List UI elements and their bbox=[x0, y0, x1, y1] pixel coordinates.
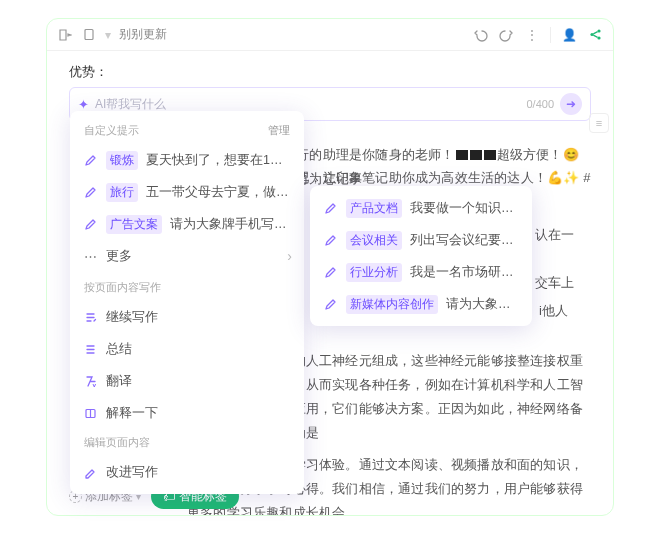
write-action-row[interactable]: 解释一下 bbox=[70, 397, 304, 429]
sparkle-icon: ✦ bbox=[78, 97, 89, 112]
action-label: 翻译 bbox=[106, 373, 292, 390]
write-action-row[interactable]: 继续写作 bbox=[70, 301, 304, 333]
article-text: 交车上 bbox=[535, 271, 591, 295]
svg-point-2 bbox=[597, 29, 600, 32]
action-icon bbox=[82, 343, 98, 356]
side-panel-toggle[interactable]: ≡ bbox=[589, 113, 609, 133]
submenu-row[interactable]: 会议相关列出写会议纪要大纲。 bbox=[310, 224, 532, 256]
pencil-icon bbox=[322, 202, 338, 215]
submenu-row[interactable]: 行业分析我是一名市场研究员... bbox=[310, 256, 532, 288]
custom-prompt-row[interactable]: 锻炼夏天快到了，想要在1个月... bbox=[70, 144, 304, 176]
prompt-tag: 广告文案 bbox=[106, 215, 162, 234]
article-text: i他人 bbox=[539, 299, 591, 323]
prompt-rest: 请为大象牌手... bbox=[446, 296, 520, 313]
submenu-row[interactable]: 新媒体内容创作请为大象牌手... bbox=[310, 288, 532, 320]
prompt-rest: 我要做一个知识付费A... bbox=[410, 200, 520, 217]
prompt-tag: 会议相关 bbox=[346, 231, 402, 250]
prompt-tag: 行业分析 bbox=[346, 263, 402, 282]
pencil-icon bbox=[82, 154, 98, 167]
article-text: 认在一 bbox=[535, 223, 591, 247]
send-button[interactable]: ➜ bbox=[560, 93, 582, 115]
action-label: 改进写作 bbox=[106, 464, 292, 481]
custom-prompt-row[interactable]: 广告文案请为大象牌手机写一... bbox=[70, 208, 304, 240]
pencil-icon bbox=[82, 218, 98, 231]
custom-prompt-row[interactable]: 旅行五一带父母去宁夏，做一... bbox=[70, 176, 304, 208]
pencil-icon bbox=[322, 298, 338, 311]
undo-icon[interactable] bbox=[472, 27, 488, 43]
note-icon[interactable] bbox=[81, 27, 97, 43]
svg-point-3 bbox=[597, 36, 600, 39]
more-row[interactable]: ⋯ 更多 › bbox=[70, 240, 304, 272]
ai-dropdown: 自定义提示 管理 锻炼夏天快到了，想要在1个月...旅行五一带父母去宁夏，做一.… bbox=[70, 111, 304, 494]
prompt-tag: 新媒体内容创作 bbox=[346, 295, 438, 314]
prompt-tag: 锻炼 bbox=[106, 151, 138, 170]
redo-icon[interactable] bbox=[498, 27, 514, 43]
prompt-tag: 产品文档 bbox=[346, 199, 402, 218]
char-counter: 0/400 bbox=[526, 98, 554, 110]
action-icon bbox=[82, 311, 98, 324]
action-label: 总结 bbox=[106, 341, 292, 358]
breadcrumb-divider: ▾ bbox=[105, 28, 111, 42]
prompt-rest: 我是一名市场研究员... bbox=[410, 264, 520, 281]
section-label-write: 按页面内容写作 bbox=[70, 272, 304, 301]
pencil-icon bbox=[322, 234, 338, 247]
expand-icon[interactable] bbox=[57, 27, 73, 43]
more-label: 更多 bbox=[106, 248, 279, 265]
divider bbox=[550, 27, 551, 43]
manage-link[interactable]: 管理 bbox=[268, 123, 290, 138]
ai-placeholder: AI帮我写什么 bbox=[95, 96, 520, 113]
action-icon bbox=[82, 375, 98, 388]
submenu-row[interactable]: 产品文档我要做一个知识付费A... bbox=[310, 192, 532, 224]
more-icon[interactable]: ⋮ bbox=[524, 27, 540, 43]
more-submenu: 产品文档我要做一个知识付费A...会议相关列出写会议纪要大纲。行业分析我是一名市… bbox=[310, 186, 532, 326]
prompt-rest: 夏天快到了，想要在1个月... bbox=[146, 152, 292, 169]
section-label-custom: 自定义提示 管理 bbox=[70, 119, 304, 144]
topbar: ▾ 别别更新 ⋮ 👤 bbox=[47, 19, 613, 51]
user-icon[interactable]: 👤 bbox=[561, 27, 577, 43]
write-action-row[interactable]: 总结 bbox=[70, 333, 304, 365]
prompt-rest: 五一带父母去宁夏，做一... bbox=[146, 184, 292, 201]
more-icon: ⋯ bbox=[82, 249, 98, 264]
prompt-tag: 旅行 bbox=[106, 183, 138, 202]
action-label: 继续写作 bbox=[106, 309, 292, 326]
chevron-right-icon: › bbox=[287, 248, 292, 264]
write-action-row[interactable]: 翻译 bbox=[70, 365, 304, 397]
pencil-icon bbox=[322, 266, 338, 279]
heading: 优势： bbox=[69, 63, 591, 81]
prompt-rest: 列出写会议纪要大纲。 bbox=[410, 232, 520, 249]
prompt-rest: 请为大象牌手机写一... bbox=[170, 216, 292, 233]
svg-rect-0 bbox=[85, 30, 93, 40]
action-icon bbox=[82, 407, 98, 420]
action-label: 解释一下 bbox=[106, 405, 292, 422]
share-icon[interactable] bbox=[587, 27, 603, 43]
breadcrumb[interactable]: 别别更新 bbox=[119, 26, 167, 43]
action-icon bbox=[82, 466, 98, 479]
pencil-icon bbox=[82, 186, 98, 199]
section-label-edit: 编辑页面内容 bbox=[70, 429, 304, 456]
edit-action-row[interactable]: 改进写作 bbox=[70, 456, 304, 488]
